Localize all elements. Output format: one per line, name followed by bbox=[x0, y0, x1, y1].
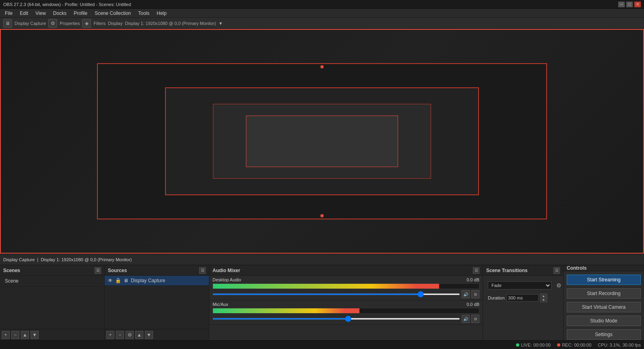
title-bar: OBS 27.2.3 (64-bit, windows) - Profile: … bbox=[0, 0, 644, 9]
preview-source-name: Display Capture bbox=[3, 257, 35, 262]
start-streaming-button[interactable]: Start Streaming bbox=[567, 275, 641, 285]
duration-label: Duration bbox=[488, 295, 505, 300]
desktop-audio-label: Desktop Audio bbox=[213, 277, 241, 282]
sources-header: Sources ☰ bbox=[105, 265, 209, 276]
obs-preview-content bbox=[1, 30, 643, 253]
dropdown-icon[interactable]: ▼ bbox=[219, 21, 223, 26]
menu-tools[interactable]: Tools bbox=[135, 10, 153, 17]
duration-up[interactable]: ▲ bbox=[541, 294, 547, 298]
preview-status: Display Capture | Display 1: 1920x1080 @… bbox=[0, 254, 644, 265]
controls-panel: Controls Start Streaming Start Recording… bbox=[564, 265, 644, 340]
preview-toolbar: 🖥 Display Capture ⚙ Properties ◈ Filters… bbox=[0, 18, 644, 29]
settings-button[interactable]: Settings bbox=[567, 329, 641, 340]
scenes-panel: Scenes ☰ Scene + − ▲ ▼ bbox=[0, 265, 105, 340]
controls-header: Controls bbox=[564, 265, 644, 271]
source-list: 👁 🔒 🖥 Display Capture bbox=[105, 276, 209, 329]
audio-mixer-panel: Audio Mixer ☰ Desktop Audio 0.0 dB bbox=[209, 265, 483, 340]
menu-view[interactable]: View bbox=[32, 10, 49, 17]
transitions-panel-menu[interactable]: ☰ bbox=[553, 267, 560, 274]
minimize-button[interactable]: ─ bbox=[618, 2, 625, 7]
maximize-button[interactable]: □ bbox=[626, 2, 633, 7]
menu-profile[interactable]: Profile bbox=[70, 10, 91, 17]
source-up-button[interactable]: ▲ bbox=[135, 331, 143, 339]
desktop-audio-slider[interactable] bbox=[213, 293, 460, 295]
remove-source-button[interactable]: − bbox=[116, 331, 124, 339]
desktop-audio-mute-button[interactable]: 🔊 bbox=[462, 290, 470, 298]
monitor-label: Display 1: 1920x1080 @ 0,0 (Primary Moni… bbox=[125, 21, 216, 26]
sources-panel-menu[interactable]: ☰ bbox=[199, 267, 206, 274]
scene-item[interactable]: Scene bbox=[0, 276, 104, 287]
scene-down-button[interactable]: ▼ bbox=[31, 331, 39, 339]
scenes-title: Scenes bbox=[3, 268, 20, 273]
rec-status: REC: 00:00:00 bbox=[557, 343, 591, 347]
live-time: 00:00:00 bbox=[533, 343, 551, 347]
scene-up-button[interactable]: ▲ bbox=[21, 331, 29, 339]
filters-icon[interactable]: ◈ bbox=[82, 19, 91, 28]
source-settings-button[interactable]: ⚙ bbox=[126, 331, 134, 339]
live-status: LIVE: 00:00:00 bbox=[516, 343, 551, 347]
remove-scene-button[interactable]: − bbox=[11, 331, 19, 339]
filters-label[interactable]: Filters bbox=[93, 21, 105, 26]
live-label: LIVE: bbox=[521, 343, 532, 347]
duration-down[interactable]: ▼ bbox=[541, 298, 547, 302]
close-button[interactable]: ✕ bbox=[634, 2, 641, 7]
source-item-display-capture[interactable]: 👁 🔒 🖥 Display Capture bbox=[105, 276, 209, 286]
tunnel-frame-2 bbox=[165, 87, 479, 196]
tunnel-frame-4 bbox=[246, 116, 398, 167]
sources-panel: Sources ☰ 👁 🔒 🖥 Display Capture + − bbox=[105, 265, 209, 340]
add-scene-button[interactable]: + bbox=[2, 331, 10, 339]
transition-type-row: Fade Cut Swipe Slide ⚙ bbox=[485, 279, 561, 292]
desktop-audio-settings-button[interactable]: ⚙ bbox=[471, 290, 479, 298]
start-recording-button[interactable]: Start Recording bbox=[567, 288, 641, 299]
mic-audio-db: 0.0 dB bbox=[466, 302, 479, 307]
transitions-header: Scene Transitions ☰ bbox=[483, 265, 563, 276]
rec-time: 00:00:00 bbox=[574, 343, 591, 347]
menu-scene-collection[interactable]: Scene Collection bbox=[91, 10, 134, 17]
mic-audio-slider[interactable] bbox=[213, 318, 460, 320]
menu-edit[interactable]: Edit bbox=[17, 10, 31, 17]
audio-panel-controls: ☰ bbox=[473, 267, 479, 274]
preview-status-sep: | bbox=[37, 257, 38, 262]
panel-row: Scenes ☰ Scene + − ▲ ▼ Sources bbox=[0, 265, 644, 340]
properties-label[interactable]: Properties bbox=[60, 21, 80, 26]
desktop-audio-level-bar bbox=[213, 283, 479, 289]
start-virtual-camera-button[interactable]: Start Virtual Camera bbox=[567, 302, 641, 312]
source-down-button[interactable]: ▼ bbox=[145, 331, 153, 339]
mic-audio-settings-button[interactable]: ⚙ bbox=[471, 315, 479, 323]
desktop-audio-controls: 🔊 ⚙ bbox=[213, 290, 479, 298]
mic-audio-label: Mic/Aux bbox=[213, 302, 228, 307]
mic-audio-level-fill bbox=[213, 308, 359, 313]
rec-label: REC: bbox=[562, 343, 572, 347]
studio-mode-button[interactable]: Studio Mode bbox=[567, 316, 641, 326]
display-label: Display bbox=[108, 21, 122, 26]
menu-help[interactable]: Help bbox=[153, 10, 170, 17]
controls-title: Controls bbox=[567, 265, 586, 271]
inner-handle-bottom bbox=[320, 214, 324, 217]
sources-panel-controls: ☰ bbox=[199, 267, 206, 274]
mic-audio-mute-button[interactable]: 🔊 bbox=[462, 315, 470, 323]
mic-audio-controls: 🔊 ⚙ bbox=[213, 315, 479, 323]
transition-type-select[interactable]: Fade Cut Swipe Slide bbox=[488, 281, 551, 289]
duration-spinner: ▲ ▼ bbox=[540, 293, 547, 302]
sources-title: Sources bbox=[108, 268, 127, 273]
source-type-icon: 🖥 bbox=[124, 278, 128, 283]
duration-input[interactable] bbox=[506, 294, 539, 302]
audio-mixer-header: Audio Mixer ☰ bbox=[209, 265, 483, 276]
source-label: Display Capture bbox=[131, 278, 165, 283]
scene-list: Scene bbox=[0, 276, 104, 329]
transition-settings-button[interactable]: ⚙ bbox=[556, 282, 561, 289]
audio-panel-menu[interactable]: ☰ bbox=[473, 267, 479, 274]
properties-icon[interactable]: ⚙ bbox=[48, 19, 57, 28]
fps-label: 30.00 fps bbox=[623, 343, 641, 347]
source-visibility-icon[interactable]: 👁 bbox=[108, 278, 113, 283]
menu-docks[interactable]: Docks bbox=[50, 10, 70, 17]
add-source-button[interactable]: + bbox=[106, 331, 114, 339]
sources-footer: + − ⚙ ▲ ▼ bbox=[105, 329, 209, 340]
scene-transitions-panel: Scene Transitions ☰ Fade Cut Swipe Slide… bbox=[483, 265, 564, 340]
audio-mixer-title: Audio Mixer bbox=[213, 268, 240, 273]
display-icon: 🖥 bbox=[3, 19, 12, 28]
window-controls: ─ □ ✕ bbox=[618, 2, 641, 7]
menu-file[interactable]: File bbox=[2, 10, 16, 17]
scenes-panel-menu[interactable]: ☰ bbox=[95, 267, 101, 274]
tunnel-frame-3 bbox=[213, 104, 431, 178]
